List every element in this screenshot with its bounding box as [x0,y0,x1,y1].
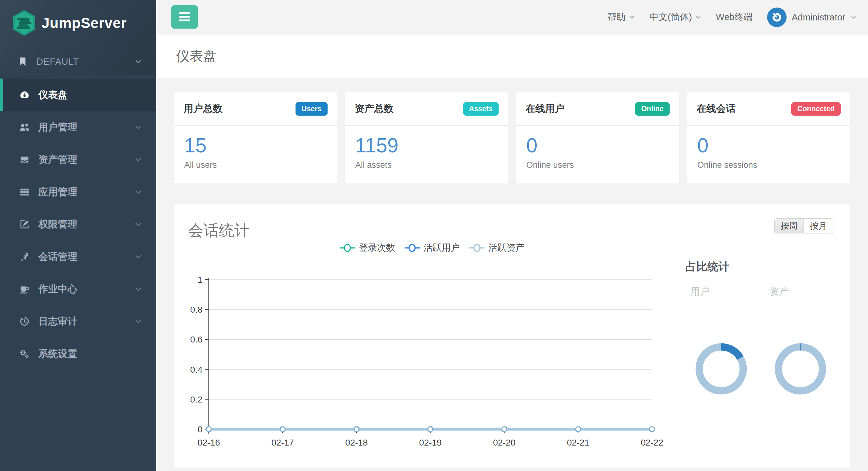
tachometer-icon [18,89,31,101]
chevron-down-icon [134,253,143,261]
card-value: 15 [184,134,327,157]
username-label: Administrator [792,12,845,23]
sidebar-item-label: 会话管理 [38,250,78,263]
svg-text:0: 0 [197,425,203,434]
chevron-down-icon [629,14,635,21]
stat-card-total-assets: 资产总数Assets1159All assets [345,92,508,184]
sidebar-item-audits[interactable]: 日志审计 [0,305,156,337]
sidebar-item-assets[interactable]: 资产管理 [0,143,156,176]
topbar-right: 帮助 中文(简体) Web终端 [608,0,857,35]
svg-text:02-16: 02-16 [197,438,220,447]
donut-chart-assets [773,341,828,396]
donut-chart-users [694,341,748,396]
chevron-down-icon [134,156,143,164]
coffee-icon [18,284,31,294]
sidebar-item-sessions[interactable]: 会话管理 [0,240,156,273]
sidebar-item-label: 权限管理 [38,218,78,231]
sidebar-item-label: 作业中心 [38,282,78,296]
history-icon [18,316,31,327]
sidebar-item-label: 用户管理 [38,121,78,134]
language-menu[interactable]: 中文(简体) [650,11,702,24]
chevron-down-icon [134,220,143,229]
card-label: All assets [355,160,498,170]
power-icon [770,11,783,24]
jumpserver-logo[interactable]: JumpServer [12,9,127,36]
chevron-down-icon [134,58,143,66]
card-value: 0 [526,134,669,157]
sidebar-item-label: 系统设置 [38,347,78,360]
card-label: Online users [526,160,669,170]
card-header: 资产总数Assets [345,92,508,126]
sidebar-item-job-center[interactable]: 作业中心 [0,273,156,305]
svg-text:0.2: 0.2 [190,395,203,404]
chevron-down-icon [134,123,143,131]
svg-text:02-18: 02-18 [345,438,368,447]
content: 用户总数Users15All users资产总数Assets1159All as… [156,78,868,471]
card-value: 1159 [355,134,498,157]
user-menu[interactable]: Administrator [767,7,857,27]
rocket-icon [18,251,31,262]
sidebar-item-permissions[interactable]: 权限管理 [0,208,156,240]
chevron-down-icon [695,14,702,21]
chevron-down-icon [134,285,143,293]
card-body: 15All users [174,126,337,170]
web-terminal-label: Web终端 [716,11,753,24]
help-label: 帮助 [608,11,626,24]
logo-text: JumpServer [41,14,127,31]
card-header: 在线用户Online [516,92,679,126]
svg-text:02-17: 02-17 [271,438,294,447]
svg-text:1: 1 [197,275,203,285]
donut-label: 用户 [685,285,764,298]
donut-label: 资产 [765,285,843,298]
org-selector[interactable]: DEFAULT [0,51,156,72]
card-value: 0 [697,134,840,157]
card-body: 1159All assets [345,126,508,170]
card-body: 0Online sessions [687,126,850,170]
svg-text:02-20: 02-20 [493,438,516,447]
gears-icon [18,348,31,359]
card-badge: Assets [463,102,499,115]
topbar: 帮助 中文(简体) Web终端 [156,0,868,35]
jumpserver-dashboard: JumpServer DEFAULT 仪表盘用户管理资产管理应用管理权限管理会话… [0,0,868,471]
card-badge: Online [635,102,670,115]
users-icon [18,122,31,133]
svg-text:02-22: 02-22 [641,438,663,447]
avatar [767,7,786,27]
sidebar-item-settings[interactable]: 系统设置 [0,337,156,370]
stat-card-online-sessions: 在线会话Connected0Online sessions [687,92,850,184]
sidebar-item-dashboard[interactable]: 仪表盘 [0,78,156,111]
grid-icon [18,187,31,197]
sidebar-toggle-button[interactable] [171,5,198,29]
web-terminal-link[interactable]: Web终端 [716,11,753,24]
sidebar-item-label: 应用管理 [38,186,78,199]
language-label: 中文(简体) [650,11,692,24]
donut-users: 用户 [685,285,764,298]
page-title: 仪表盘 [176,47,217,65]
chevron-down-icon [134,317,143,326]
sidebar-item-label: 仪表盘 [38,88,68,101]
card-badge: Connected [791,102,841,115]
ratio-stats-title: 占比统计 [685,259,730,274]
card-label: Online sessions [697,160,840,170]
svg-text:0.8: 0.8 [190,305,203,314]
svg-text:02-19: 02-19 [419,438,442,447]
org-label: DEFAULT [36,57,134,67]
page-title-band: 仪表盘 [156,35,868,78]
chevron-down-icon [134,188,143,196]
help-menu[interactable]: 帮助 [608,11,635,24]
card-label: All users [184,160,327,170]
donut-assets: 资产 [765,285,843,298]
edit-icon [18,219,31,230]
sidebar-item-applications[interactable]: 应用管理 [0,176,156,208]
chevron-down-icon [850,14,857,21]
sidebar: JumpServer DEFAULT 仪表盘用户管理资产管理应用管理权限管理会话… [0,0,156,471]
card-header: 用户总数Users [174,92,337,126]
inbox-icon [18,154,31,165]
card-body: 0Online users [516,126,679,170]
card-title: 资产总数 [354,102,394,115]
bookmark-icon [18,57,28,67]
sidebar-menu: 仪表盘用户管理资产管理应用管理权限管理会话管理作业中心日志审计系统设置 [0,78,156,370]
sidebar-item-label: 日志审计 [38,315,78,328]
sidebar-header: JumpServer DEFAULT [0,0,156,75]
sidebar-item-users[interactable]: 用户管理 [0,111,156,143]
